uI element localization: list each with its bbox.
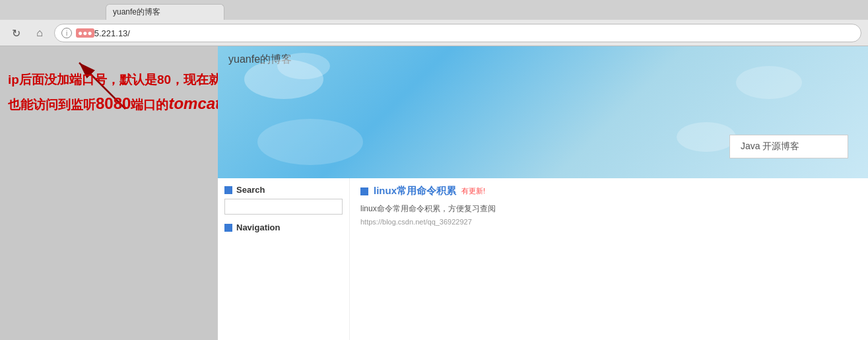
post-source: https://blog.csdn.net/qq_36922927	[360, 218, 857, 226]
blog-header: yuanfe的博客 Java 开源博客	[218, 46, 868, 178]
cloud-2	[277, 53, 330, 79]
security-icon: i	[61, 28, 72, 38]
svg-line-1	[79, 63, 125, 109]
reload-icon: ↻	[12, 27, 20, 40]
left-panel: ip后面没加端口号，默认是80，现在就可以不加端口号8080 也能访问到监听80…	[0, 46, 218, 340]
cloud-3	[736, 66, 802, 99]
sidebar-search-title: Search	[224, 185, 343, 195]
annotation-tomcat: tomcat	[168, 94, 220, 112]
search-title-icon	[224, 186, 232, 194]
post-title[interactable]: linux常用命令积累	[374, 185, 456, 197]
sidebar-navigation-title: Navigation	[224, 222, 343, 232]
main-area: ip后面没加端口号，默认是80，现在就可以不加端口号8080 也能访问到监听80…	[0, 46, 868, 340]
address-bar-row: ↻ ⌂ i ●●● 5.221.13/	[0, 20, 868, 46]
blog-content: Search Navigation linux常用命令积累 有更新!	[218, 178, 868, 340]
sidebar-navigation-section: Navigation	[224, 222, 343, 232]
reload-button[interactable]: ↻	[7, 24, 25, 42]
search-label: Search	[236, 185, 265, 195]
url-redacted-part: ●●●	[76, 28, 94, 38]
blog-sidebar: Search Navigation	[218, 178, 350, 340]
blog-search-input[interactable]	[224, 199, 343, 215]
header-search-box[interactable]: Java 开源博客	[729, 135, 848, 158]
home-icon: ⌂	[36, 27, 43, 39]
browser-chrome: yuanfe的博客 ↻ ⌂ i ●●● 5.221.13/	[0, 0, 868, 46]
navigation-title-icon	[224, 224, 232, 232]
cloud-4	[257, 119, 363, 165]
post-title-icon	[360, 187, 368, 195]
sidebar-search-section: Search	[224, 185, 343, 215]
post-new-badge: 有更新!	[461, 186, 485, 196]
tab-label: yuanfe的博客	[113, 7, 160, 18]
post-excerpt: linux命令常用命令积累，方便复习查阅	[360, 203, 857, 215]
browser-tab[interactable]: yuanfe的博客	[106, 4, 224, 20]
home-button[interactable]: ⌂	[30, 24, 49, 42]
navigation-label: Navigation	[236, 222, 280, 232]
cloud-5	[677, 122, 736, 152]
header-search-text: Java 开源博客	[741, 141, 799, 151]
blog-main: linux常用命令积累 有更新! linux命令常用命令积累，方便复习查阅 ht…	[350, 178, 868, 340]
arrow-diagram	[0, 46, 218, 340]
right-panel: yuanfe的博客 Java 开源博客 Search	[218, 46, 868, 340]
url-text: 5.221.13/	[94, 28, 130, 38]
annotation-port2: 8080	[96, 94, 131, 112]
tab-bar: yuanfe的博客	[0, 0, 868, 20]
post-title-row: linux常用命令积累 有更新!	[360, 185, 857, 197]
annotation-overlay: ip后面没加端口号，默认是80，现在就可以不加端口号8080 也能访问到监听80…	[0, 46, 218, 340]
address-bar[interactable]: i ●●● 5.221.13/	[54, 24, 861, 42]
